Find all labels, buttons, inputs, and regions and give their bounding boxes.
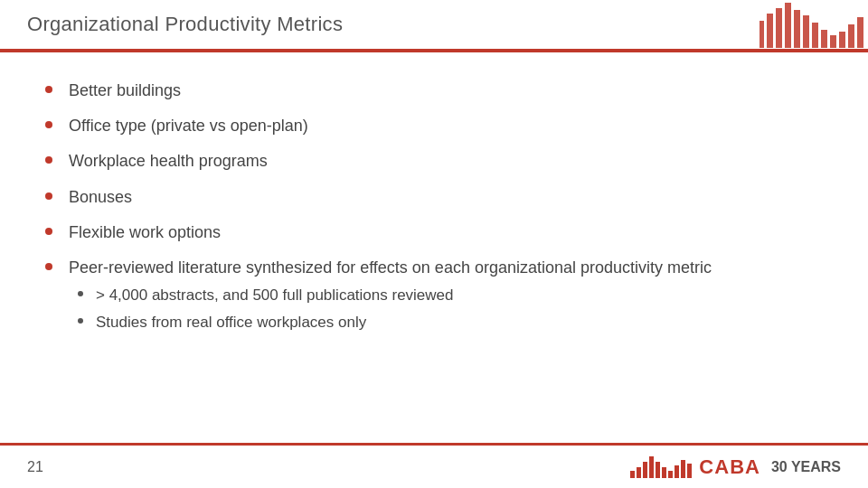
sub-bullet-text: > 4,000 abstracts, and 500 full publicat…	[96, 285, 454, 306]
caba-bar-segment	[643, 462, 647, 478]
years-label: 30 YEARS	[771, 459, 841, 475]
caba-logo-text: CABA	[699, 455, 760, 479]
footer: 21 CABA 30 YEARS	[0, 443, 868, 488]
caba-bar-segment	[656, 462, 660, 478]
bar-graphic-segment	[857, 17, 863, 48]
list-item: Flexible work options	[45, 221, 823, 244]
sub-bullet-text: Studies from real office workplaces only	[96, 312, 366, 333]
page-number: 21	[27, 459, 43, 475]
bullet-dot-icon	[45, 228, 52, 235]
header-decoration	[760, 0, 868, 52]
caba-bar-segment	[675, 465, 679, 478]
caba-bar-segment	[637, 467, 641, 478]
bullet-text: Office type (private vs open-plan)	[69, 115, 823, 137]
list-item: Workplace health programs	[45, 150, 823, 173]
sub-bullet-dot-icon	[78, 291, 83, 296]
bullet-dot-icon	[45, 192, 52, 200]
caba-bar-segment	[668, 471, 673, 478]
bar-graphic-segment	[760, 21, 764, 48]
bullet-text: Better buildings	[69, 80, 823, 102]
bar-graphic-segment	[767, 14, 773, 48]
slide-title: Organizational Productivity Metrics	[27, 13, 343, 36]
header-bar-graphic	[760, 3, 868, 52]
header-bar: Organizational Productivity Metrics	[0, 0, 868, 52]
footer-logo: CABA 30 YEARS	[630, 455, 841, 479]
bullet-dot-icon	[45, 121, 52, 128]
list-item: Bonuses	[45, 186, 823, 209]
caba-bar-segment	[681, 460, 685, 478]
bullet-text: Peer-reviewed literature synthesized for…	[69, 257, 823, 339]
main-content: Better buildingsOffice type (private vs …	[0, 52, 868, 370]
list-item: Office type (private vs open-plan)	[45, 115, 823, 137]
bar-graphic-segment	[803, 15, 809, 48]
bullet-list: Better buildingsOffice type (private vs …	[45, 80, 823, 339]
bar-graphic-segment	[776, 8, 782, 48]
list-item: Studies from real office workplaces only	[78, 312, 823, 333]
bullet-dot-icon	[45, 86, 52, 93]
bullet-dot-icon	[45, 263, 52, 270]
bar-graphic-segment	[848, 24, 854, 48]
caba-bar-segment	[630, 471, 635, 478]
caba-bar-segment	[687, 464, 692, 478]
bar-graphic-segment	[785, 3, 791, 48]
bar-graphic-segment	[830, 35, 836, 48]
caba-bar-segment	[662, 467, 666, 478]
slide: Organizational Productivity Metrics Bett…	[0, 0, 868, 488]
caba-bar-segment	[649, 456, 654, 478]
bar-graphic-segment	[839, 32, 845, 48]
sub-bullet-dot-icon	[78, 318, 83, 324]
bar-graphic-segment	[794, 10, 800, 48]
list-item: > 4,000 abstracts, and 500 full publicat…	[78, 285, 823, 306]
bullet-dot-icon	[45, 156, 52, 164]
bar-graphic-segment	[812, 23, 818, 48]
bullet-text: Workplace health programs	[69, 150, 823, 173]
bullet-text: Bonuses	[69, 186, 823, 209]
list-item: Better buildings	[45, 80, 823, 102]
bar-graphic-segment	[821, 30, 827, 48]
sub-bullet-list: > 4,000 abstracts, and 500 full publicat…	[78, 285, 823, 333]
bullet-text: Flexible work options	[69, 221, 823, 244]
list-item: Peer-reviewed literature synthesized for…	[45, 257, 823, 339]
caba-bar-graphic	[630, 456, 692, 478]
